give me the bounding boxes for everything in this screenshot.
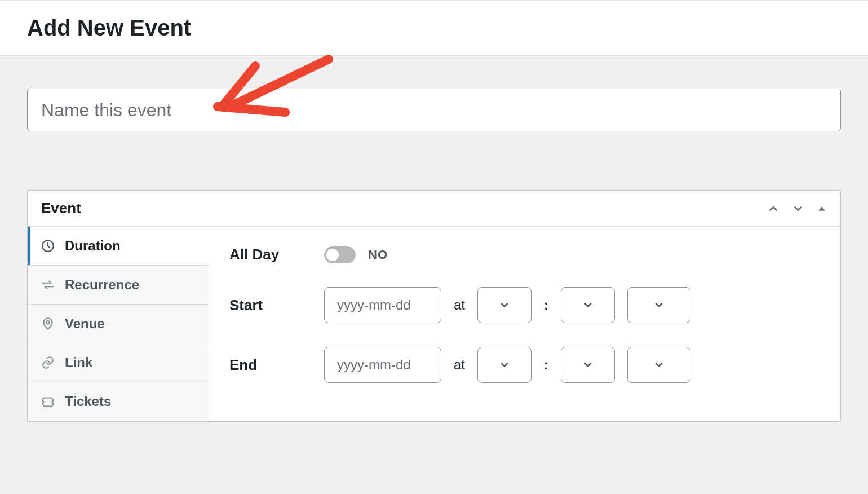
tab-label: Tickets xyxy=(65,394,111,409)
start-ampm-select[interactable] xyxy=(627,287,690,323)
panel-controls xyxy=(767,202,827,215)
svg-point-1 xyxy=(46,321,49,324)
event-panel: Event Duration xyxy=(27,190,841,422)
tab-label: Link xyxy=(65,355,92,370)
tab-label: Duration xyxy=(65,238,121,254)
link-icon xyxy=(40,355,56,370)
start-hour-select[interactable] xyxy=(477,287,532,323)
at-text: at xyxy=(454,297,465,313)
start-minute-select[interactable] xyxy=(561,287,615,323)
event-title-input[interactable] xyxy=(27,89,841,131)
content-area: Event Duration xyxy=(0,56,868,444)
allday-toggle[interactable] xyxy=(324,246,356,263)
chevron-down-icon xyxy=(653,359,665,370)
chevron-down-icon xyxy=(653,299,665,311)
allday-label: All Day xyxy=(229,246,324,263)
panel-move-down-button[interactable] xyxy=(792,202,804,215)
page-header: Add New Event xyxy=(0,0,868,56)
allday-value: NO xyxy=(368,248,388,262)
panel-collapse-button[interactable] xyxy=(817,204,827,214)
panel-tabs: Duration Recurrence Venue xyxy=(28,227,209,421)
end-label: End xyxy=(229,356,324,374)
page-title: Add New Event xyxy=(27,15,841,41)
panel-body: Duration Recurrence Venue xyxy=(28,227,840,421)
event-title-wrap xyxy=(27,89,841,131)
time-colon: : xyxy=(544,357,548,373)
tab-duration[interactable]: Duration xyxy=(28,227,209,266)
chevron-down-icon xyxy=(582,299,594,311)
chevron-down-icon xyxy=(499,359,510,370)
end-date-input[interactable] xyxy=(324,347,441,383)
end-minute-select[interactable] xyxy=(561,347,615,383)
clock-icon xyxy=(40,239,56,253)
chevron-up-icon xyxy=(767,202,780,215)
tab-link[interactable]: Link xyxy=(28,343,209,382)
end-hour-select[interactable] xyxy=(477,347,532,383)
repeat-icon xyxy=(40,277,56,292)
tab-venue[interactable]: Venue xyxy=(28,305,209,343)
start-date-input[interactable] xyxy=(324,287,441,323)
panel-title: Event xyxy=(41,200,81,217)
panel-move-up-button[interactable] xyxy=(767,202,780,215)
chevron-down-icon xyxy=(499,299,510,311)
start-row: Start at : xyxy=(229,287,820,323)
chevron-down-icon xyxy=(792,202,804,215)
tickets-icon xyxy=(40,394,56,409)
panel-header: Event xyxy=(28,191,840,227)
triangle-up-icon xyxy=(817,204,827,214)
tab-tickets[interactable]: Tickets xyxy=(28,382,209,421)
end-row: End at : xyxy=(229,347,820,383)
chevron-down-icon xyxy=(582,359,594,370)
allday-row: All Day NO xyxy=(229,246,820,263)
start-label: Start xyxy=(229,297,324,314)
tab-recurrence[interactable]: Recurrence xyxy=(28,266,209,305)
time-colon: : xyxy=(544,297,548,313)
end-ampm-select[interactable] xyxy=(627,347,690,383)
at-text: at xyxy=(454,357,465,373)
fields-area: All Day NO Start at : xyxy=(209,227,840,421)
tab-label: Recurrence xyxy=(65,277,139,293)
tab-label: Venue xyxy=(65,316,105,332)
location-icon xyxy=(40,316,56,331)
